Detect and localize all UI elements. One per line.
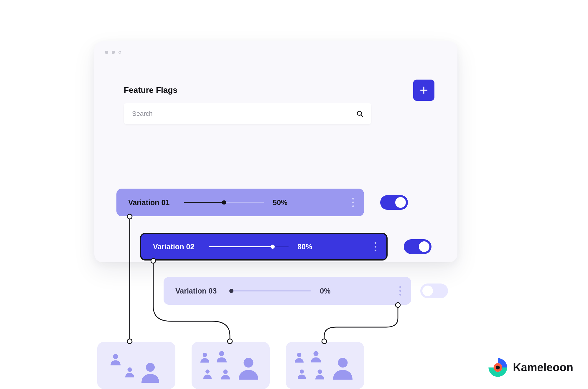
brand-name: Kameleoon <box>513 361 573 374</box>
variation-toggle[interactable] <box>420 283 448 298</box>
audience-card <box>192 342 270 389</box>
slider-handle-icon[interactable] <box>229 289 233 293</box>
window-dot-icon <box>118 51 121 54</box>
user-icon <box>298 369 306 379</box>
user-icon <box>221 369 230 380</box>
toggle-knob-icon <box>419 241 429 252</box>
search-input[interactable] <box>131 110 356 118</box>
user-icon <box>333 357 353 380</box>
dots-vertical-icon <box>375 242 376 244</box>
variation-toggle[interactable] <box>380 195 408 210</box>
user-icon <box>200 352 209 363</box>
dots-vertical-icon <box>375 246 376 248</box>
svg-line-1 <box>361 115 363 117</box>
user-icon <box>141 362 159 383</box>
variation-toggle[interactable] <box>404 239 431 254</box>
search-icon <box>356 110 364 118</box>
variation-label: Variation 01 <box>128 198 169 207</box>
toggle-knob-icon <box>395 197 406 208</box>
dots-vertical-icon <box>399 294 401 296</box>
dots-vertical-icon <box>352 202 354 203</box>
user-icon <box>239 357 258 380</box>
audience-card <box>286 342 364 389</box>
search-bar[interactable] <box>124 103 371 124</box>
user-icon <box>217 351 227 362</box>
percentage-slider[interactable] <box>231 289 311 293</box>
percentage-slider[interactable] <box>184 200 264 205</box>
svg-point-13 <box>318 370 322 374</box>
brand-logo: Kameleoon <box>488 358 573 377</box>
user-icon <box>125 367 134 378</box>
slider-handle-icon[interactable] <box>271 245 275 249</box>
svg-point-4 <box>146 363 155 372</box>
user-icon <box>111 354 121 365</box>
svg-point-14 <box>338 358 348 367</box>
plus-icon <box>419 85 429 95</box>
svg-point-3 <box>128 367 132 372</box>
dots-vertical-icon <box>375 250 376 251</box>
percentage-slider[interactable] <box>209 245 289 249</box>
variation-row[interactable]: Variation 03 0% <box>164 277 411 305</box>
svg-point-7 <box>205 370 210 374</box>
user-icon <box>295 352 304 363</box>
dots-vertical-icon <box>399 290 401 292</box>
svg-point-11 <box>314 351 319 356</box>
percentage-value: 0% <box>320 287 340 295</box>
dots-vertical-icon <box>352 198 354 200</box>
slider-handle-icon[interactable] <box>222 200 226 205</box>
window-controls <box>105 51 121 54</box>
user-icon <box>203 369 212 379</box>
user-icon <box>311 351 321 362</box>
more-menu[interactable] <box>369 242 376 251</box>
percentage-value: 80% <box>297 243 318 251</box>
app-window: Feature Flags <box>94 41 457 262</box>
audience-card <box>97 342 175 389</box>
more-menu[interactable] <box>346 198 354 207</box>
window-dot-icon <box>112 51 115 54</box>
svg-point-12 <box>300 370 304 374</box>
svg-point-5 <box>203 353 207 357</box>
kameleoon-logo-icon <box>488 358 508 377</box>
svg-point-6 <box>219 351 224 356</box>
svg-point-2 <box>113 354 118 359</box>
svg-point-23 <box>496 365 500 369</box>
variation-label: Variation 02 <box>153 243 194 251</box>
dots-vertical-icon <box>399 286 401 288</box>
user-icon <box>315 369 324 380</box>
add-button[interactable] <box>413 80 434 101</box>
percentage-value: 50% <box>273 198 293 207</box>
more-menu[interactable] <box>393 286 401 296</box>
variation-label: Variation 03 <box>175 287 217 295</box>
svg-point-8 <box>223 370 228 374</box>
toggle-knob-icon <box>422 286 433 296</box>
variation-row[interactable]: Variation 02 80% <box>140 233 388 261</box>
dots-vertical-icon <box>352 205 354 207</box>
window-dot-icon <box>105 51 108 54</box>
svg-point-10 <box>297 353 302 357</box>
page-title: Feature Flags <box>124 85 177 95</box>
variation-row[interactable]: Variation 01 50% <box>116 189 364 216</box>
svg-point-9 <box>244 358 253 367</box>
